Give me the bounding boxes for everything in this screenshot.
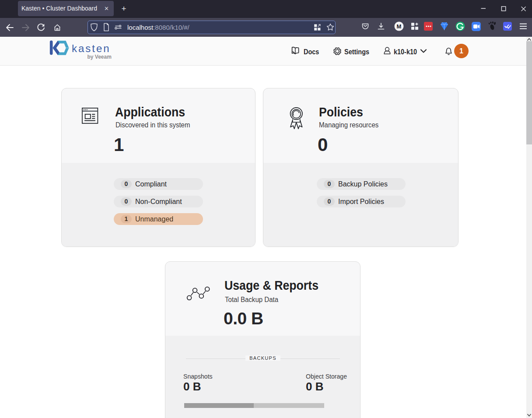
svg-text:M: M: [397, 23, 402, 30]
